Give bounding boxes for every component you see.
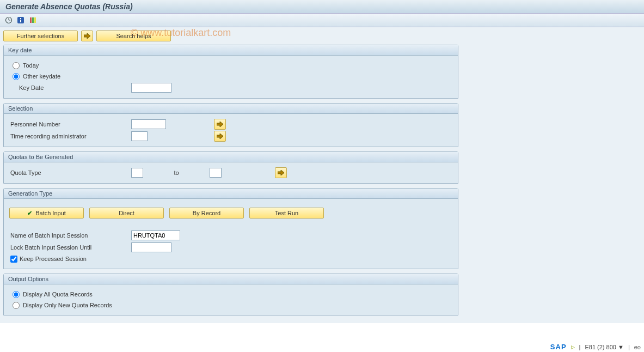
- today-label: Today: [23, 62, 39, 69]
- test-run-button[interactable]: Test Run: [249, 208, 324, 219]
- execute-icon[interactable]: [4, 16, 13, 25]
- key-date-input[interactable]: [131, 83, 171, 93]
- lock-until-label: Lock Batch Input Session Until: [9, 244, 131, 251]
- system-status[interactable]: E81 (2) 800 ▼: [585, 344, 623, 350]
- check-icon: ✔: [27, 210, 32, 217]
- quotas-legend: Quotas to Be Generated: [4, 152, 458, 162]
- further-selections-button[interactable]: Further selections: [3, 31, 78, 41]
- quotas-group: Quotas to Be Generated Quota Type to: [3, 151, 458, 184]
- today-radio[interactable]: [13, 62, 20, 69]
- svg-rect-6: [30, 17, 32, 23]
- display-new-label: Display Only New Quota Records: [23, 302, 112, 308]
- display-all-label: Display All Quota Records: [23, 291, 93, 298]
- personnel-number-multi-icon[interactable]: [214, 119, 226, 130]
- quota-type-from-input[interactable]: [131, 168, 143, 178]
- by-record-button[interactable]: By Record: [169, 208, 244, 219]
- svg-rect-4: [20, 18, 21, 19]
- lock-until-input[interactable]: [131, 242, 171, 252]
- svg-rect-8: [34, 17, 36, 23]
- status-separator2: |: [628, 344, 630, 350]
- keep-processed-label: Keep Processed Session: [20, 256, 87, 262]
- status-triangle-icon: ▷: [571, 344, 575, 350]
- selection-group: Selection Personnel Number Time recordin…: [3, 103, 458, 147]
- search-helps-button[interactable]: Search helps: [96, 31, 171, 41]
- top-button-row: Further selections Search helps: [3, 31, 641, 41]
- output-group: Output Options Display All Quota Records…: [3, 274, 458, 315]
- info-icon[interactable]: [16, 16, 25, 25]
- generation-group: Generation Type ✔Batch Input Direct By R…: [3, 188, 458, 269]
- personnel-number-input[interactable]: [131, 119, 166, 129]
- status-separator: |: [579, 344, 581, 350]
- search-helps-arrow-icon[interactable]: [81, 31, 93, 41]
- quota-type-label: Quota Type: [9, 169, 131, 176]
- quota-type-multi-icon[interactable]: [275, 167, 287, 178]
- keep-processed-checkbox[interactable]: [10, 256, 17, 263]
- name-session-label: Name of Batch Input Session: [9, 232, 131, 239]
- batch-input-button[interactable]: ✔Batch Input: [9, 208, 84, 219]
- output-legend: Output Options: [4, 274, 458, 284]
- variant-icon[interactable]: [28, 16, 37, 25]
- other-keydate-label: Other keydate: [23, 73, 60, 80]
- selection-legend: Selection: [4, 104, 458, 114]
- name-session-input[interactable]: [131, 230, 180, 240]
- time-admin-input[interactable]: [131, 131, 148, 141]
- key-date-group: Key date Today Other keydate Key Date: [3, 45, 458, 99]
- status-suffix: eo: [634, 344, 641, 350]
- content-area: © www.tutorialkart.com Further selection…: [0, 27, 644, 323]
- page-title: Generate Absence Quotas (Russia): [5, 2, 639, 11]
- app-toolbar: [0, 14, 644, 27]
- time-admin-multi-icon[interactable]: [214, 131, 226, 142]
- status-bar: SAP ▷ | E81 (2) 800 ▼ | eo: [550, 343, 641, 351]
- personnel-number-label: Personnel Number: [9, 121, 131, 128]
- sap-logo: SAP: [550, 343, 567, 351]
- quota-to-label: to: [143, 169, 210, 176]
- svg-rect-7: [32, 17, 34, 23]
- key-date-label: Key Date: [9, 84, 131, 91]
- svg-rect-5: [20, 20, 21, 22]
- other-keydate-radio[interactable]: [13, 73, 20, 80]
- quota-type-to-input[interactable]: [210, 168, 222, 178]
- batch-input-label: Batch Input: [35, 210, 66, 216]
- time-admin-label: Time recording administrator: [9, 133, 131, 139]
- generation-legend: Generation Type: [4, 189, 458, 199]
- title-bar: Generate Absence Quotas (Russia): [0, 0, 644, 14]
- display-new-radio[interactable]: [13, 302, 20, 309]
- key-date-legend: Key date: [4, 45, 458, 56]
- system-status-text: E81 (2) 800: [585, 344, 616, 350]
- display-all-radio[interactable]: [13, 291, 20, 298]
- direct-button[interactable]: Direct: [89, 208, 164, 219]
